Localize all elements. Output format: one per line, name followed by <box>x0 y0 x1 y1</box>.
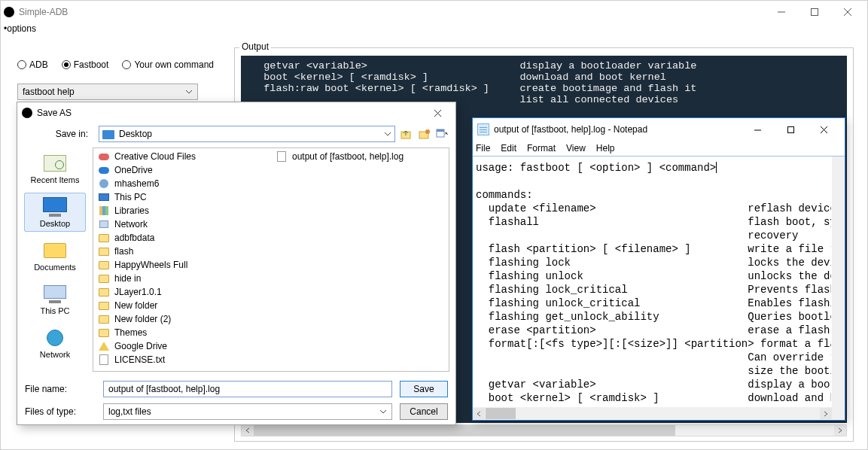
file-item-label: OneDrive <box>114 165 153 175</box>
folder-icon <box>44 243 66 258</box>
file-item-label: Themes <box>114 327 147 338</box>
scroll-right-icon[interactable] <box>820 408 832 419</box>
cancel-button[interactable]: Cancel <box>400 403 448 420</box>
place-desktop[interactable]: Desktop <box>24 193 86 232</box>
notepad-title: output of [fastboot, help].log - Notepad <box>494 124 647 135</box>
file-item[interactable]: flash <box>93 245 271 258</box>
dialog-close-button[interactable] <box>424 104 451 122</box>
text-cursor <box>716 162 717 173</box>
file-item-label: Creative Cloud Files <box>114 151 196 162</box>
notepad-textarea[interactable]: usage: fastboot [ <option> ] <command> c… <box>476 160 831 406</box>
user-icon <box>99 179 108 188</box>
main-titlebar[interactable]: Simple-ADB <box>1 1 867 23</box>
network-icon <box>99 220 108 228</box>
place-this-pc[interactable]: This PC <box>24 280 86 319</box>
place-network[interactable]: Network <box>24 324 86 363</box>
notepad-titlebar[interactable]: output of [fastboot, help].log - Notepad <box>473 118 845 141</box>
main-title: Simple-ADB <box>19 7 68 17</box>
minimize-button[interactable] <box>765 2 798 23</box>
scroll-left-icon[interactable] <box>473 408 485 419</box>
file-item-label: flash <box>114 246 133 257</box>
file-item-label: This PC <box>114 192 147 202</box>
scroll-left-icon[interactable] <box>242 425 254 436</box>
filename-input[interactable]: output of [fastboot, help].log <box>103 381 392 397</box>
up-one-level-button[interactable] <box>400 127 413 141</box>
file-item[interactable]: Creative Cloud Files <box>93 150 271 163</box>
output-hscrollbar[interactable] <box>241 424 847 436</box>
file-item[interactable]: This PC <box>93 190 271 204</box>
svg-rect-10 <box>437 129 444 132</box>
np-close-button[interactable] <box>807 119 840 140</box>
np-minimize-button[interactable] <box>741 119 774 140</box>
network-icon <box>47 330 63 346</box>
place-documents[interactable]: Documents <box>24 236 86 275</box>
np-menu-help[interactable]: Help <box>596 143 615 154</box>
file-item-label: Google Drive <box>114 341 167 351</box>
maximize-button[interactable] <box>798 2 831 23</box>
file-item[interactable]: New folder (2) <box>93 312 271 326</box>
radio-own-command[interactable]: Your own command <box>122 59 214 70</box>
chevron-down-icon <box>384 130 391 138</box>
file-list[interactable]: Creative Cloud FilesOneDrivemhashem6This… <box>93 147 449 372</box>
np-menu-file[interactable]: File <box>476 143 490 154</box>
folder-icon <box>99 248 109 256</box>
svg-rect-12 <box>787 126 793 132</box>
chevron-down-icon <box>379 408 387 415</box>
savein-value: Desktop <box>119 129 152 139</box>
command-combo[interactable]: fastboot help <box>17 84 198 100</box>
file-item[interactable]: Google Drive <box>93 339 271 353</box>
file-item[interactable]: New folder <box>93 299 271 312</box>
file-item[interactable]: output of [fastboot, help].log <box>271 150 449 163</box>
radio-fastboot-label: Fastboot <box>74 59 109 70</box>
file-item[interactable]: LICENSE.txt <box>93 353 271 366</box>
np-maximize-button[interactable] <box>774 119 807 140</box>
radio-fastboot[interactable]: Fastboot <box>62 59 109 70</box>
file-item[interactable]: adbfbdata <box>93 231 271 245</box>
file-item[interactable]: Network <box>93 217 271 231</box>
saveas-titlebar[interactable]: Save AS <box>17 102 455 123</box>
savein-combo[interactable]: Desktop <box>99 126 395 142</box>
file-item-label: New folder (2) <box>114 314 171 324</box>
folder-icon <box>99 261 109 269</box>
np-menu-format[interactable]: Format <box>527 143 556 154</box>
radio-own-label: Your own command <box>134 59 214 70</box>
app-icon <box>4 7 14 17</box>
file-item[interactable]: Libraries <box>93 204 271 217</box>
notepad-window: output of [fastboot, help].log - Notepad… <box>472 117 845 421</box>
file-item[interactable]: OneDrive <box>93 163 271 177</box>
file-item[interactable]: hide in <box>93 272 271 285</box>
file-item[interactable]: HappyWheels Full <box>93 258 271 272</box>
new-folder-button[interactable] <box>418 127 431 141</box>
folder-icon <box>99 302 109 310</box>
onedrive-icon <box>99 167 109 174</box>
np-menu-view[interactable]: View <box>566 143 586 154</box>
file-item-label: adbfbdata <box>114 233 154 243</box>
file-item[interactable]: Themes <box>93 326 271 339</box>
np-menu-edit[interactable]: Edit <box>501 143 516 154</box>
file-item-label: mhashem6 <box>114 178 159 189</box>
close-button[interactable] <box>831 2 864 23</box>
recent-icon <box>44 155 66 172</box>
scroll-thumb[interactable] <box>486 408 516 419</box>
scroll-right-icon[interactable] <box>834 425 846 436</box>
txt-icon <box>277 151 286 162</box>
filetype-select[interactable]: log,txt files <box>103 403 392 420</box>
command-combo-value: fastboot help <box>23 87 75 97</box>
saveas-title: Save AS <box>37 108 72 118</box>
menu-options[interactable]: •options <box>1 23 867 38</box>
folder-icon <box>99 329 109 337</box>
file-item-label: hide in <box>114 273 141 284</box>
radio-adb[interactable]: ADB <box>17 59 48 70</box>
file-item-label: LICENSE.txt <box>114 354 165 365</box>
place-recent-items[interactable]: Recent Items <box>24 149 86 188</box>
view-menu-button[interactable] <box>436 127 449 141</box>
folder-icon <box>99 234 109 242</box>
svg-point-8 <box>425 129 430 134</box>
np-hscrollbar[interactable] <box>473 407 832 420</box>
file-item[interactable]: mhashem6 <box>93 177 271 190</box>
file-item-label: Network <box>114 219 148 230</box>
np-vscrollbar[interactable] <box>832 157 845 407</box>
save-button[interactable]: Save <box>400 381 448 397</box>
scroll-thumb[interactable] <box>254 425 675 436</box>
file-item[interactable]: JLayer1.0.1 <box>93 285 271 299</box>
